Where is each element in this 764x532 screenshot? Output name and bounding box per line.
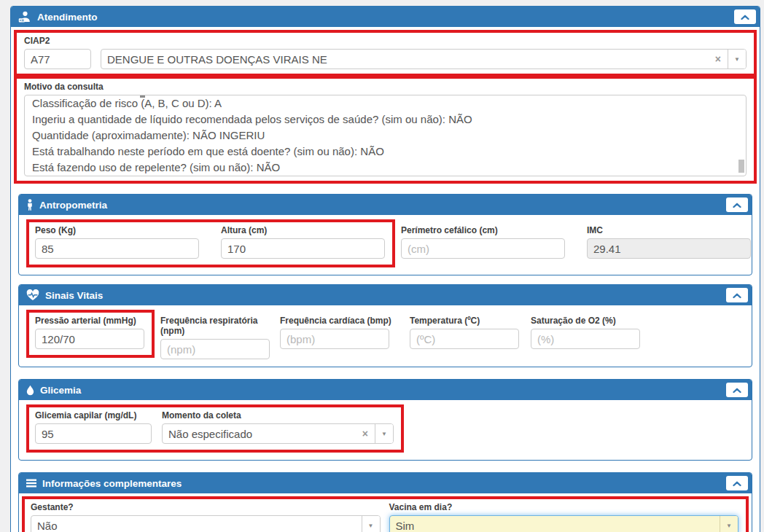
scrolled-text-fragment bbox=[140, 95, 145, 98]
temperatura-label: Temperatura (ºC) bbox=[410, 316, 519, 326]
motivo-line: Quantidade (aproximadamente): NÃO INGERI… bbox=[32, 128, 727, 144]
altura-input[interactable] bbox=[221, 238, 385, 259]
clear-icon[interactable]: × bbox=[709, 53, 728, 65]
atendimento-header: Atendimento bbox=[11, 7, 760, 27]
perimetro-label: Perímetro cefálico (cm) bbox=[401, 225, 565, 235]
freq-cardiaca-label: Frequência cardíaca (bmp) bbox=[280, 316, 389, 326]
motivo-line: Está fazendo uso de repelente? (sim ou n… bbox=[32, 160, 727, 176]
ciap2-annotation-box: CIAP2 DENGUE E OUTRAS DOENÇAS VIRAIS NE … bbox=[14, 30, 757, 77]
peso-altura-annotation-box: Peso (Kg) Altura (cm) bbox=[26, 219, 395, 267]
chevron-up-icon bbox=[733, 290, 741, 301]
sinais-vitais-panel: Sinais Vitais Pressão arterial (mmHg) bbox=[18, 284, 752, 367]
imc-input bbox=[587, 238, 751, 259]
glicemia-header: Glicemia bbox=[19, 380, 752, 400]
heart-pulse-icon bbox=[26, 289, 39, 301]
gestante-label: Gestante? bbox=[31, 502, 381, 512]
atendimento-body: CIAP2 DENGUE E OUTRAS DOENÇAS VIRAIS NE … bbox=[11, 27, 760, 532]
motivo-label: Motivo da consulta bbox=[24, 82, 747, 92]
temperatura-input[interactable] bbox=[410, 329, 519, 349]
pressao-label: Pressão arterial (mmHg) bbox=[35, 316, 144, 326]
glicemia-title: Glicemia bbox=[40, 385, 81, 396]
chevron-up-icon bbox=[733, 200, 741, 211]
momento-coleta-label: Momento da coleta bbox=[162, 410, 394, 420]
motivo-line: Está trabalhando neste período em que es… bbox=[32, 144, 727, 160]
ciap2-code-input[interactable] bbox=[24, 49, 91, 69]
textarea-scrollbar-thumb[interactable] bbox=[738, 160, 744, 173]
antropometria-panel: Antropometria Peso (Kg) Al bbox=[18, 194, 752, 275]
perimetro-input[interactable] bbox=[401, 238, 565, 259]
peso-input[interactable] bbox=[35, 238, 199, 259]
antropometria-title: Antropometria bbox=[39, 200, 107, 211]
motivo-line: Ingeriu a quantidade de líquido recomend… bbox=[32, 112, 727, 128]
vacina-label: Vacina em dia? bbox=[389, 502, 739, 512]
momento-coleta-value: Não especificado bbox=[163, 428, 356, 440]
altura-label: Altura (cm) bbox=[221, 225, 385, 235]
momento-coleta-select[interactable]: Não especificado × ▼ bbox=[162, 423, 394, 444]
peso-label: Peso (Kg) bbox=[35, 225, 199, 235]
freq-respiratoria-input[interactable] bbox=[160, 339, 270, 359]
sinais-vitais-header: Sinais Vitais bbox=[19, 285, 752, 305]
chevron-up-icon bbox=[741, 12, 749, 23]
saturacao-input[interactable] bbox=[531, 329, 640, 349]
chevron-down-icon[interactable]: ▼ bbox=[720, 516, 738, 532]
antropometria-header: Antropometria bbox=[19, 195, 752, 215]
gestante-value: Não bbox=[31, 520, 362, 532]
glicemia-collapse-button[interactable] bbox=[726, 383, 748, 397]
glicemia-capilar-input[interactable] bbox=[35, 423, 152, 444]
atendimento-collapse-button[interactable] bbox=[734, 9, 756, 24]
glicemia-annotation-box: Glicemia capilar (mg/dL) Momento da cole… bbox=[26, 404, 404, 453]
informacoes-collapse-button[interactable] bbox=[726, 476, 748, 490]
antropometria-collapse-button[interactable] bbox=[726, 197, 748, 212]
imc-label: IMC bbox=[587, 225, 751, 235]
chevron-down-icon[interactable]: ▼ bbox=[362, 516, 380, 532]
body-person-icon bbox=[26, 199, 34, 211]
glicemia-panel: Glicemia Glicemia capilar (mg/dL) bbox=[18, 379, 752, 461]
vacina-value: Sim bbox=[390, 520, 720, 532]
atendimento-title: Atendimento bbox=[37, 12, 98, 23]
sinais-vitais-collapse-button[interactable] bbox=[726, 288, 748, 302]
informacoes-panel: Informações complementares Gestante? Não bbox=[18, 472, 752, 532]
freq-cardiaca-input[interactable] bbox=[280, 329, 389, 349]
vacina-select[interactable]: Sim ▼ bbox=[389, 515, 739, 532]
ciap2-description-select[interactable]: DENGUE E OUTRAS DOENÇAS VIRAIS NE × ▼ bbox=[101, 49, 747, 69]
informacoes-title: Informações complementares bbox=[42, 478, 182, 489]
clear-icon[interactable]: × bbox=[356, 428, 375, 439]
informacoes-annotation-box: Gestante? Não ▼ Vacina em dia? Sim ▼ bbox=[22, 496, 749, 532]
menu-icon bbox=[26, 479, 36, 488]
motivo-textarea[interactable]: Classificação de risco (A, B, C ou D): A… bbox=[24, 95, 747, 176]
pressao-input[interactable] bbox=[35, 329, 144, 349]
drop-icon bbox=[26, 385, 34, 396]
atendimento-panel: Atendimento CIAP2 DENGUE E OUTRAS DOENÇA… bbox=[10, 6, 760, 532]
pressao-annotation-box: Pressão arterial (mmHg) bbox=[26, 310, 155, 358]
sinais-vitais-title: Sinais Vitais bbox=[45, 290, 103, 301]
informacoes-header: Informações complementares bbox=[19, 473, 752, 493]
motivo-annotation-box: Motivo da consulta Classificação de risc… bbox=[14, 76, 757, 184]
chevron-down-icon[interactable]: ▼ bbox=[728, 50, 746, 69]
chevron-up-icon bbox=[733, 385, 741, 396]
chevron-down-icon[interactable]: ▼ bbox=[375, 424, 393, 443]
glicemia-capilar-label: Glicemia capilar (mg/dL) bbox=[35, 410, 152, 420]
saturacao-label: Saturação de O2 (%) bbox=[531, 316, 640, 326]
freq-respiratoria-label: Frequência respiratória (npm) bbox=[160, 316, 270, 336]
ciap2-description-value: DENGUE E OUTRAS DOENÇAS VIRAIS NE bbox=[101, 53, 709, 66]
ciap2-label: CIAP2 bbox=[24, 36, 747, 46]
motivo-line: Classificação de risco (A, B, C ou D): A bbox=[32, 95, 727, 112]
chevron-up-icon bbox=[733, 478, 741, 489]
attendance-person-icon bbox=[18, 11, 31, 23]
gestante-select[interactable]: Não ▼ bbox=[31, 515, 381, 532]
